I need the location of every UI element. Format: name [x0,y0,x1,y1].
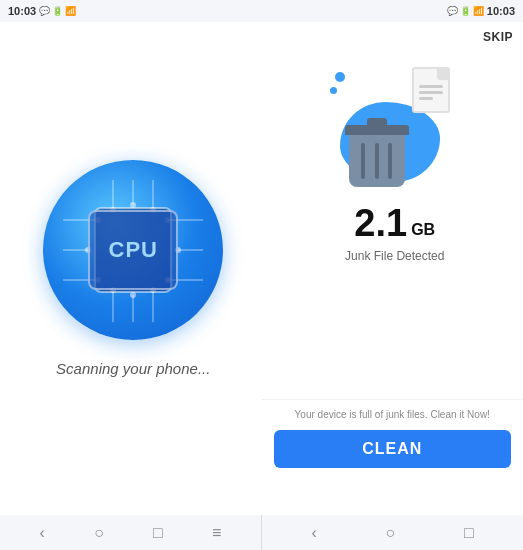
right-status-icons: 💬 🔋 📶 [447,6,484,16]
document-lines [419,85,443,103]
nav-bar-left: ‹ ○ □ ≡ [0,515,261,550]
battery-icon-right: 🔋 [460,6,471,16]
left-panel: CPU Scanning your phone... [0,22,267,515]
nav-recents-left[interactable]: □ [153,524,163,542]
doc-line-2 [419,91,443,94]
bottom-action-bar: Your device is full of junk files. Clean… [262,399,524,480]
whatsapp-icon: 💬 [39,6,50,16]
nav-menu-left[interactable]: ≡ [212,524,221,542]
cpu-circle-wrapper: CPU [43,160,223,340]
status-bar-left: 10:03 💬 🔋 📶 [0,0,262,22]
nav-back-left[interactable]: ‹ [40,524,45,542]
junk-detected-text: Junk File Detected [345,249,444,263]
trash-lid [345,125,409,135]
cpu-circle: CPU [43,160,223,340]
trash-body [349,135,405,187]
trash-line-2 [375,143,379,179]
signal-icon-left: 📶 [65,6,76,16]
decor-dot-1 [335,72,345,82]
time-left: 10:03 [8,5,36,17]
trash-can [345,125,409,187]
whatsapp-icon-right: 💬 [447,6,458,16]
trash-line-3 [388,143,392,179]
trash-illustration [330,67,460,187]
nav-home-left[interactable]: ○ [94,524,104,542]
junk-size-row: 2.1 GB [354,202,435,245]
left-status-icons: 💬 🔋 📶 [39,6,76,16]
cpu-inner-box: CPU [88,210,178,290]
battery-icon-left: 🔋 [52,6,63,16]
decor-dot-2 [330,87,337,94]
doc-line-1 [419,85,443,88]
signal-icon-right: 📶 [473,6,484,16]
nav-bars: ‹ ○ □ ≡ ‹ ○ □ [0,515,523,550]
nav-bar-right: ‹ ○ □ [262,515,523,550]
trash-line-1 [361,143,365,179]
nav-recents-right[interactable]: □ [464,524,474,542]
nav-home-right[interactable]: ○ [385,524,395,542]
skip-button[interactable]: SKIP [483,30,513,44]
nav-back-right[interactable]: ‹ [311,524,316,542]
scanning-text: Scanning your phone... [56,360,210,377]
main-content: CPU Scanning your phone... SKIP [0,22,523,515]
warning-text: Your device is full of junk files. Clean… [295,408,490,422]
junk-size-number: 2.1 [354,202,407,245]
trash-lid-handle [367,118,387,125]
junk-size-unit: GB [411,221,435,245]
status-bars: 10:03 💬 🔋 📶 💬 🔋 📶 10:03 [0,0,523,22]
status-bar-right: 💬 🔋 📶 10:03 [262,0,524,22]
clean-button[interactable]: CLEAN [274,430,512,468]
cpu-label: CPU [109,237,158,263]
doc-line-3 [419,97,433,100]
document-icon [412,67,450,113]
time-right: 10:03 [487,5,515,17]
